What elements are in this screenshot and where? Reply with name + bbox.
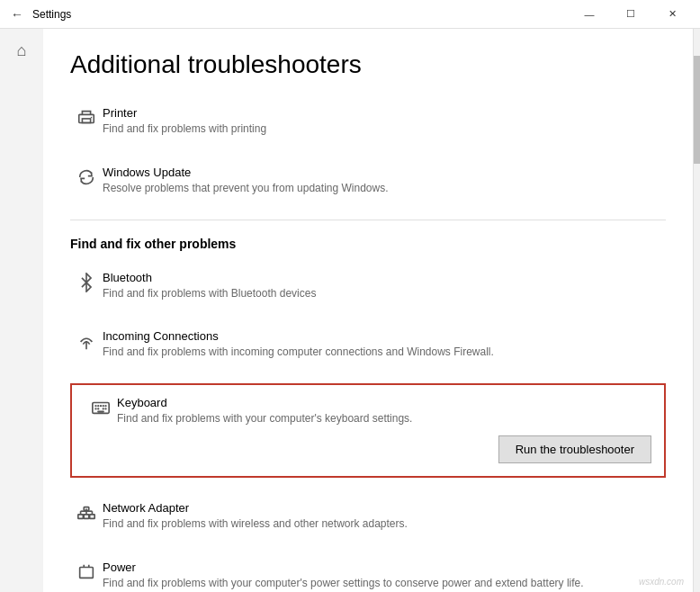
printer-item: Printer Find and fix problems with print… bbox=[70, 101, 666, 142]
svg-rect-16 bbox=[84, 515, 89, 519]
power-icon bbox=[70, 562, 103, 582]
power-desc: Find and fix problems with your computer… bbox=[103, 576, 666, 591]
bluetooth-desc: Find and fix problems with Bluetooth dev… bbox=[103, 286, 666, 301]
svg-rect-24 bbox=[80, 567, 94, 578]
network-title: Network Adapter bbox=[103, 501, 666, 515]
printer-desc: Find and fix problems with printing bbox=[103, 121, 666, 137]
svg-rect-15 bbox=[78, 515, 84, 519]
bluetooth-title: Bluetooth bbox=[103, 271, 666, 284]
home-icon[interactable]: ⌂ bbox=[17, 41, 27, 60]
titlebar-title: Settings bbox=[32, 8, 71, 21]
main-content: Additional troubleshooters Printer Find … bbox=[43, 29, 693, 592]
troubleshooter-btn-row: Run the troubleshooter bbox=[85, 435, 651, 463]
titlebar-left: ← Settings bbox=[11, 7, 71, 22]
minimize-button[interactable]: — bbox=[569, 0, 610, 29]
watermark: wsxdn.com bbox=[639, 577, 684, 587]
windows-update-title: Windows Update bbox=[103, 166, 666, 179]
windows-update-text: Windows Update Resolve problems that pre… bbox=[103, 166, 666, 196]
power-title: Power bbox=[103, 561, 666, 574]
close-button[interactable]: ✕ bbox=[651, 0, 693, 29]
printer-icon bbox=[70, 108, 103, 128]
back-button[interactable]: ← bbox=[11, 7, 23, 22]
power-item: Power Find and fix problems with your co… bbox=[70, 555, 666, 592]
titlebar: ← Settings — ☐ ✕ bbox=[0, 0, 700, 29]
run-troubleshooter-button[interactable]: Run the troubleshooter bbox=[498, 435, 651, 463]
maximize-button[interactable]: ☐ bbox=[610, 0, 651, 29]
divider bbox=[70, 220, 666, 220]
keyboard-title: Keyboard bbox=[117, 396, 651, 409]
incoming-desc: Find and fix problems with incoming comp… bbox=[103, 345, 666, 360]
network-text: Network Adapter Find and fix problems wi… bbox=[103, 501, 666, 532]
incoming-text: Incoming Connections Find and fix proble… bbox=[103, 329, 666, 360]
page-title: Additional troubleshooters bbox=[70, 50, 666, 79]
network-desc: Find and fix problems with wireless and … bbox=[103, 516, 666, 532]
antenna-icon bbox=[70, 331, 103, 351]
keyboard-expanded-container: Keyboard Find and fix problems with your… bbox=[70, 383, 666, 478]
other-problems-heading: Find and fix other problems bbox=[70, 237, 666, 251]
keyboard-header: Keyboard Find and fix problems with your… bbox=[85, 396, 651, 426]
svg-point-2 bbox=[91, 117, 92, 118]
incoming-item: Incoming Connections Find and fix proble… bbox=[70, 324, 666, 365]
printer-text: Printer Find and fix problems with print… bbox=[103, 106, 666, 137]
network-item: Network Adapter Find and fix problems wi… bbox=[70, 496, 666, 537]
scrollbar-track[interactable] bbox=[693, 29, 700, 592]
keyboard-icon bbox=[85, 398, 117, 417]
svg-rect-23 bbox=[84, 507, 89, 511]
content-area: ⌂ Additional troubleshooters Printer Fin… bbox=[0, 29, 700, 592]
windows-update-item: Windows Update Resolve problems that pre… bbox=[70, 160, 666, 202]
power-text: Power Find and fix problems with your co… bbox=[103, 561, 666, 591]
bluetooth-icon bbox=[70, 273, 103, 292]
refresh-icon bbox=[70, 167, 103, 187]
bluetooth-text: Bluetooth Find and fix problems with Blu… bbox=[103, 271, 666, 301]
keyboard-text: Keyboard Find and fix problems with your… bbox=[117, 396, 651, 426]
titlebar-controls: — ☐ ✕ bbox=[569, 0, 693, 29]
bluetooth-item: Bluetooth Find and fix problems with Blu… bbox=[70, 265, 666, 307]
network-icon bbox=[70, 503, 103, 523]
scrollbar-thumb[interactable] bbox=[694, 56, 700, 164]
windows-update-desc: Resolve problems that prevent you from u… bbox=[103, 181, 666, 196]
incoming-title: Incoming Connections bbox=[103, 329, 666, 343]
sidebar: ⌂ bbox=[0, 29, 43, 592]
keyboard-desc: Find and fix problems with your computer… bbox=[117, 411, 651, 426]
svg-rect-17 bbox=[90, 515, 95, 519]
svg-rect-1 bbox=[82, 119, 90, 123]
printer-title: Printer bbox=[103, 106, 666, 120]
